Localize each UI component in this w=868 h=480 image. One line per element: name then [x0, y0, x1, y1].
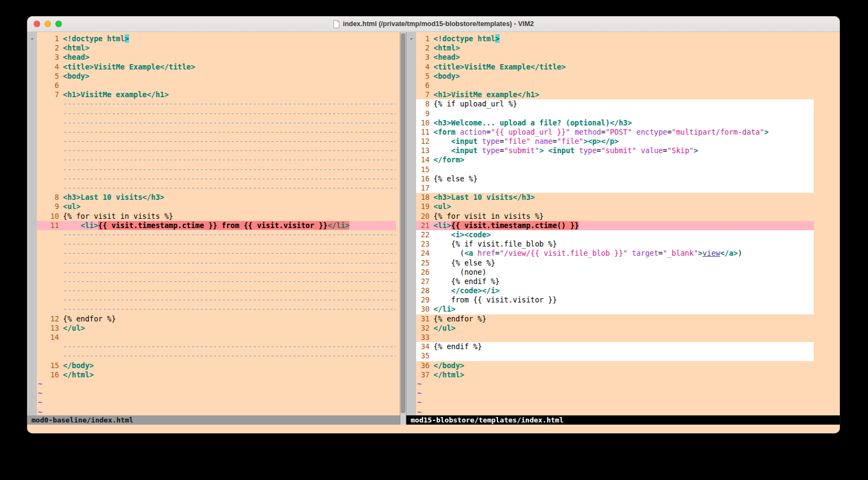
diff-filler-line: ----------------------------------------…: [37, 305, 396, 314]
token: (: [433, 249, 464, 257]
token: Last 10 visits: [451, 193, 513, 201]
code-line[interactable]: 17: [416, 184, 814, 193]
code-line[interactable]: 36</body>: [416, 361, 814, 370]
code-line[interactable]: 20{% for visit in visits %}: [416, 212, 814, 221]
zoom-button[interactable]: [55, 21, 62, 27]
vertical-scrollbar[interactable]: [400, 32, 406, 425]
code-line[interactable]: 18<h3>Last 10 visits</h3>: [416, 193, 814, 202]
code-line[interactable]: 1<!doctype html>: [37, 34, 396, 43]
minimize-button[interactable]: [44, 21, 51, 27]
code-line[interactable]: 11<form action="{{ upload_url }}" method…: [416, 128, 814, 137]
line-text: (<a href="/view/{{ visit.file_blob }}" t…: [433, 249, 814, 258]
desktop-background: index.html (/private/tmp/mod15-blobstore…: [0, 0, 868, 480]
line-number: 1: [416, 34, 433, 43]
code-line[interactable]: 13</ul>: [37, 324, 396, 333]
line-number: 34: [416, 342, 433, 351]
token: [628, 249, 632, 257]
line-text: <input type="submit"> <input type="submi…: [433, 146, 814, 155]
code-line[interactable]: 37</html>: [416, 370, 814, 380]
code-line[interactable]: 19<ul>: [416, 202, 814, 211]
text-area-right[interactable]: 1<!doctype html>2<html>3<head>4<title>Vi…: [416, 32, 840, 415]
code-line[interactable]: 4<title>VisitMe Example</title>: [416, 62, 814, 72]
code-line[interactable]: 12{% endfor %}: [37, 314, 396, 324]
code-line[interactable]: 2<html>: [37, 43, 396, 53]
code-line[interactable]: 1<!doctype html>: [416, 34, 814, 43]
code-line[interactable]: 15</body>: [37, 361, 396, 370]
token: {% endif %}: [433, 277, 500, 286]
filler-dashes: ----------------------------------------…: [63, 155, 396, 165]
token: <input: [451, 146, 478, 155]
line-number: 14: [416, 155, 433, 165]
code-line[interactable]: 26 (none): [416, 268, 814, 277]
code-line[interactable]: 10<h3>Welcome... upload a file? (optiona…: [416, 118, 814, 128]
code-line[interactable]: 32</ul>: [416, 324, 814, 333]
code-line[interactable]: 11 <li>{{ visit.timestamp.ctime }} from …: [37, 221, 396, 230]
buffer-left[interactable]: - 1<!doctype html>2<html>3<head>4<title>…: [27, 32, 400, 415]
line-text: <!doctype html>: [433, 34, 814, 43]
code-line[interactable]: 7<h1>VisitMe example</h1>: [416, 90, 814, 99]
close-button[interactable]: [34, 21, 40, 27]
code-line[interactable]: 25 {% else %}: [416, 258, 814, 268]
token: {{ visit.timestamp.ctime() }}: [451, 221, 579, 230]
line-text: [63, 81, 396, 90]
code-line[interactable]: 4<title>VisitMe Example</title>: [37, 62, 396, 72]
code-line[interactable]: 5<body>: [37, 72, 396, 81]
code-line[interactable]: 2<html>: [416, 43, 814, 53]
diff-filler-line: ----------------------------------------…: [37, 230, 396, 239]
token: from {{ visit.visitor }}: [433, 295, 557, 304]
line-number: 8: [416, 99, 433, 109]
line-text: </ul>: [63, 324, 396, 333]
token: =: [495, 249, 500, 257]
code-line[interactable]: 8{% if upload_url %}: [416, 99, 814, 109]
filler-dashes: ----------------------------------------…: [63, 342, 396, 351]
line-text: <h1>VisitMe example</h1>: [433, 90, 814, 99]
token: href: [477, 249, 495, 257]
code-line[interactable]: 3<head>: [416, 53, 814, 62]
code-line[interactable]: 3<head>: [37, 53, 396, 62]
line-text: <ul>: [433, 202, 814, 211]
code-line[interactable]: 33: [416, 333, 814, 342]
text-area-left[interactable]: 1<!doctype html>2<html>3<head>4<title>Vi…: [37, 32, 400, 415]
diff-filler-line: ----------------------------------------…: [37, 249, 396, 258]
code-line[interactable]: 6: [37, 81, 396, 90]
code-line[interactable]: 21<li>{{ visit.timestamp.ctime() }}: [416, 221, 814, 230]
code-line[interactable]: 14</form>: [416, 155, 814, 165]
code-line[interactable]: 8<h3>Last 10 visits</h3>: [37, 193, 396, 202]
line-number: [37, 109, 63, 118]
code-line[interactable]: 29 from {{ visit.visitor }}: [416, 295, 814, 305]
code-line[interactable]: 24 (<a href="/view/{{ visit.file_blob }}…: [416, 249, 814, 258]
line-text: [433, 165, 814, 174]
token: {% endfor %}: [433, 314, 487, 323]
fold-column-right[interactable]: -: [406, 32, 416, 415]
line-text: <!doctype html>: [63, 34, 396, 43]
code-line[interactable]: 23 {% if visit.file_blob %}: [416, 239, 814, 249]
code-line[interactable]: 27 {% endif %}: [416, 277, 814, 286]
code-line[interactable]: 30</li>: [416, 305, 814, 314]
line-text: </body>: [433, 361, 814, 370]
diff-filler-line: ----------------------------------------…: [37, 286, 396, 295]
code-line[interactable]: 16</html>: [37, 370, 396, 380]
code-line[interactable]: 28 </code></i>: [416, 286, 814, 295]
code-line[interactable]: 12 <input type="file" name="file"><p></p…: [416, 137, 814, 146]
code-line[interactable]: 13 <input type="submit"> <input type="su…: [416, 146, 814, 155]
code-line[interactable]: 14: [37, 333, 396, 342]
code-line[interactable]: 16{% else %}: [416, 174, 814, 184]
scrollbar-thumb[interactable]: [401, 33, 405, 413]
code-line[interactable]: 34{% endif %}: [416, 342, 814, 351]
code-line[interactable]: 7<h1>VisitMe example</h1>: [37, 90, 396, 99]
code-line[interactable]: 9: [416, 109, 814, 118]
code-line[interactable]: 31{% endfor %}: [416, 314, 814, 324]
buffer-right[interactable]: - 1<!doctype html>2<html>3<head>4<title>…: [406, 32, 840, 415]
code-line[interactable]: 9<ul>: [37, 202, 396, 211]
code-line[interactable]: 6: [416, 81, 814, 90]
token: <body>: [433, 72, 460, 80]
code-line[interactable]: 35: [416, 351, 814, 361]
code-line[interactable]: 22 <i><code>: [416, 230, 814, 239]
code-line[interactable]: 15: [416, 165, 814, 174]
tilde-marker: ~: [416, 380, 422, 389]
diff-filler-line: ----------------------------------------…: [37, 137, 396, 146]
window-titlebar[interactable]: index.html (/private/tmp/mod15-blobstore…: [27, 16, 840, 32]
code-line[interactable]: 5<body>: [416, 72, 814, 81]
fold-column-left[interactable]: -: [27, 32, 37, 415]
code-line[interactable]: 10{% for visit in visits %}: [37, 212, 396, 221]
